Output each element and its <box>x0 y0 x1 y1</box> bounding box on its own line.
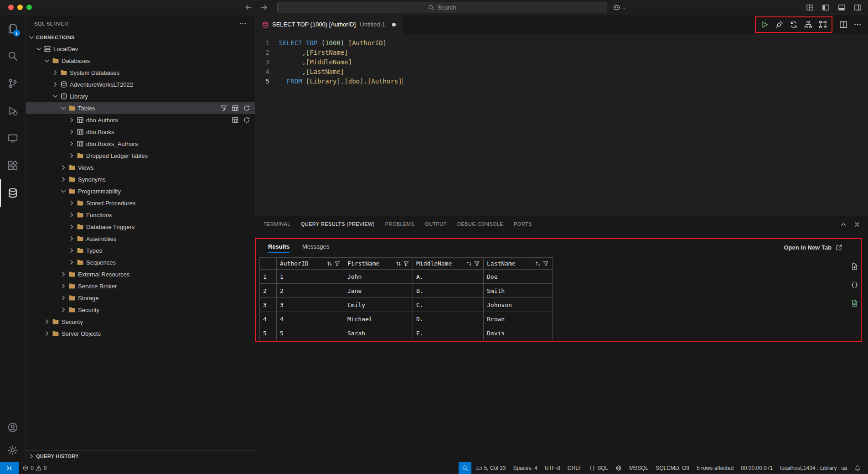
chevron-right-icon[interactable] <box>52 69 59 76</box>
tree-item-storage[interactable]: Storage <box>26 292 255 304</box>
row-number-cell[interactable]: 3 <box>260 298 277 312</box>
row-number-cell[interactable]: 4 <box>260 312 277 326</box>
activity-remote-explorer[interactable] <box>0 125 26 152</box>
status-mssql-provider[interactable]: MSSQL <box>625 462 652 474</box>
status-eol[interactable]: CRLF <box>564 462 585 474</box>
results-tab-messages[interactable]: Messages <box>302 243 329 253</box>
tree-item-types[interactable]: Types <box>26 245 255 256</box>
sort-icon[interactable] <box>326 260 333 267</box>
chevron-down-icon[interactable] <box>60 104 67 112</box>
chevron-right-icon[interactable] <box>68 223 75 230</box>
code-area[interactable]: 1SELECT TOP (1000) [AuthorID]2 ,[FirstNa… <box>255 34 868 86</box>
tree-item-database-triggers[interactable]: Database Triggers <box>26 221 255 233</box>
status-query-time[interactable]: 00:00:00.071 <box>737 462 776 474</box>
chevron-right-icon[interactable] <box>43 318 51 325</box>
forward-icon[interactable] <box>260 3 268 11</box>
connect-button[interactable] <box>775 21 783 29</box>
save-as-csv-button[interactable] <box>851 263 858 272</box>
chevron-up-icon[interactable] <box>840 221 847 228</box>
code-line-1[interactable]: 1SELECT TOP (1000) [AuthorID] <box>255 38 868 48</box>
tree-item-service-broker[interactable]: Service Broker <box>26 280 255 292</box>
sort-icon[interactable] <box>535 260 541 267</box>
column-header-lastname[interactable]: LastName <box>484 258 553 270</box>
panel-tab-output[interactable]: OUTPUT <box>425 216 447 232</box>
estimated-plan-button[interactable] <box>804 21 812 29</box>
tree-item-stored-procedures[interactable]: Stored Procedures <box>26 197 255 209</box>
code-line-3[interactable]: 3 ,[MiddleName] <box>255 57 868 67</box>
results-tab-results[interactable]: Results <box>268 243 289 253</box>
tree-item-databases[interactable]: Databases <box>26 55 255 67</box>
data-cell[interactable]: Smith <box>484 284 553 298</box>
data-cell[interactable]: 2 <box>277 284 344 298</box>
chevron-down-icon[interactable] <box>35 45 42 52</box>
result-row[interactable]: 11JohnA.Doe <box>260 270 553 284</box>
window-close-button[interactable] <box>8 5 14 10</box>
row-number-cell[interactable]: 2 <box>260 284 277 298</box>
chevron-right-icon[interactable] <box>68 128 75 135</box>
tree-item-system-databases[interactable]: System Databases <box>26 67 255 78</box>
open-in-new-tab-button[interactable]: Open in New Tab <box>784 244 843 251</box>
chevron-right-icon[interactable] <box>60 306 67 313</box>
activity-sql-server[interactable] <box>0 179 26 207</box>
data-cell[interactable]: 4 <box>277 312 344 326</box>
filter-icon[interactable] <box>334 260 341 267</box>
tree-item-programmability[interactable]: Programmability <box>26 185 255 197</box>
change-connection-button[interactable] <box>790 21 798 29</box>
filter-icon[interactable] <box>542 260 549 267</box>
tree-item-localdev[interactable]: LocalDev <box>26 43 255 55</box>
data-cell[interactable]: Emily <box>344 298 413 312</box>
split-editor-button[interactable] <box>839 21 847 29</box>
column-header-middlename[interactable]: MiddleName <box>413 258 484 270</box>
chevron-right-icon[interactable] <box>60 294 67 302</box>
tree-item-dbo-authors[interactable]: dbo.Authors <box>26 114 255 126</box>
chevron-right-icon[interactable] <box>43 330 51 337</box>
layout-panel-icon[interactable] <box>838 4 846 11</box>
data-cell[interactable]: Davis <box>484 326 553 340</box>
chevron-down-icon[interactable] <box>60 188 67 195</box>
layout-right-icon[interactable] <box>854 4 862 11</box>
window-zoom-button[interactable] <box>26 5 32 10</box>
code-line-2[interactable]: 2 ,[FirstName] <box>255 48 868 57</box>
row-number-cell[interactable]: 1 <box>260 270 277 284</box>
status-sqlcmd[interactable]: SQLCMD: Off <box>652 462 693 474</box>
filter-icon[interactable] <box>220 104 227 112</box>
customize-layout-icon[interactable] <box>806 4 814 11</box>
chevron-right-icon[interactable] <box>60 164 67 171</box>
data-cell[interactable]: A. <box>413 270 484 284</box>
sort-icon[interactable] <box>466 260 472 267</box>
status-globe[interactable] <box>612 462 625 474</box>
chevron-right-icon[interactable] <box>60 282 67 290</box>
panel-tab-debug-console[interactable]: DEBUG CONSOLE <box>457 216 503 232</box>
refresh-icon[interactable] <box>243 104 250 112</box>
chevron-right-icon[interactable] <box>52 81 59 88</box>
activity-accounts[interactable] <box>0 416 26 439</box>
code-line-4[interactable]: 4 ,[LastName] <box>255 67 868 77</box>
layout-sidebar-icon[interactable] <box>822 4 830 11</box>
chevron-down-icon[interactable] <box>43 57 51 64</box>
panel-tab-terminal[interactable]: TERMINAL <box>264 216 290 232</box>
filter-icon[interactable] <box>474 260 480 267</box>
chevron-right-icon[interactable] <box>60 271 67 278</box>
save-as-json-button[interactable] <box>851 281 858 291</box>
chevron-down-icon[interactable] <box>52 93 59 100</box>
status-cursor-position[interactable]: Ln 5, Col 33 <box>473 462 510 474</box>
data-cell[interactable]: John <box>344 270 413 284</box>
chevron-right-icon[interactable] <box>68 152 75 159</box>
chevron-right-icon[interactable] <box>68 259 75 266</box>
tree-item-adventureworkslt2022[interactable]: AdventureWorksLT2022 <box>26 78 255 90</box>
chevron-right-icon[interactable] <box>60 176 67 183</box>
chevron-right-icon[interactable] <box>68 140 75 147</box>
panel-tab-query-results-preview[interactable]: QUERY RESULTS (PREVIEW) <box>301 216 375 232</box>
data-cell[interactable]: Michael <box>344 312 413 326</box>
panel-tab-ports[interactable]: PORTS <box>514 216 532 232</box>
tree-item-sequences[interactable]: Sequences <box>26 256 255 268</box>
window-minimize-button[interactable] <box>17 5 23 10</box>
copilot-menu[interactable] <box>613 4 626 11</box>
editor-tab[interactable]: SELECT TOP (1000) [AuthorID] Untitled-1 <box>255 15 403 34</box>
panel-tab-problems[interactable]: PROBLEMS <box>385 216 414 232</box>
remote-indicator[interactable] <box>0 462 19 474</box>
data-cell[interactable]: C. <box>413 298 484 312</box>
chevron-right-icon[interactable] <box>68 235 75 242</box>
activity-search[interactable] <box>0 42 26 70</box>
result-row[interactable]: 22JaneB.Smith <box>260 284 553 298</box>
